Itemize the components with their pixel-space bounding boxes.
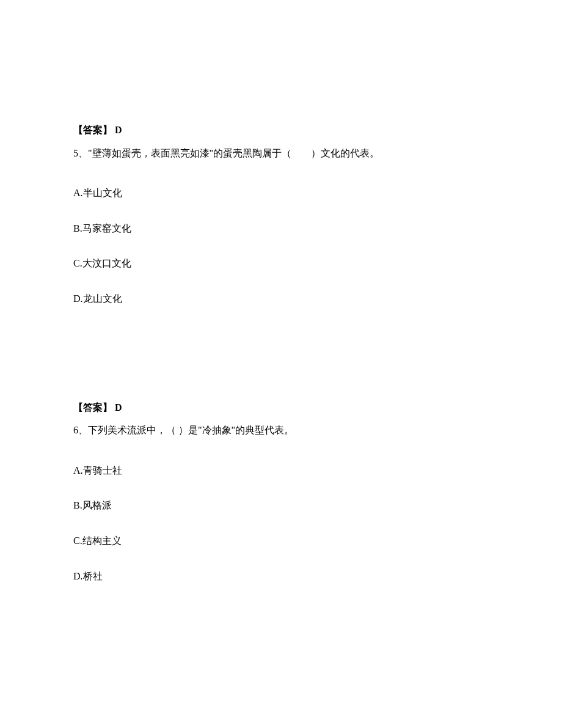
- question-5-text: 5、"壁薄如蛋壳，表面黑亮如漆"的蛋壳黑陶属于（ ）文化的代表。: [73, 145, 489, 161]
- question-5-option-d: D.龙山文化: [73, 291, 489, 307]
- question-6-option-b: B.风格派: [73, 498, 489, 513]
- answer-label-2: 【答案】 D: [73, 400, 489, 416]
- question-6-option-d: D.桥社: [73, 568, 489, 584]
- answer-label-1: 【答案】 D: [73, 122, 489, 138]
- question-5-option-b: B.马家窑文化: [73, 221, 489, 237]
- question-5-option-c: C.大汶口文化: [73, 256, 489, 271]
- question-5-option-a: A.半山文化: [73, 185, 489, 201]
- question-6-option-a: A.青骑士社: [73, 463, 489, 479]
- spacer: [73, 326, 489, 400]
- question-6-option-c: C.结构主义: [73, 533, 489, 549]
- question-6-text: 6、下列美术流派中，（ ）是"冷抽象"的典型代表。: [73, 422, 489, 438]
